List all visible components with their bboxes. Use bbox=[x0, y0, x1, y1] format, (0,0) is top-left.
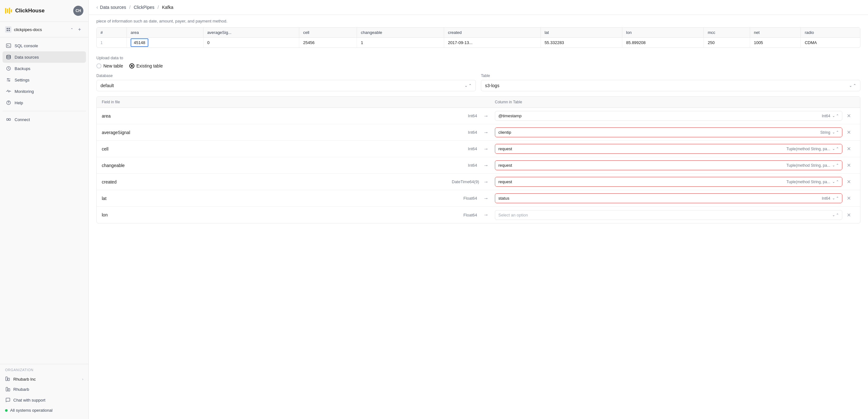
table-selector[interactable]: s3-logs ⌄ ⌃ bbox=[481, 80, 860, 91]
breadcrumb-data-sources[interactable]: Data sources bbox=[100, 5, 126, 10]
table-value: s3-logs bbox=[485, 83, 499, 88]
row-num-1: 1 bbox=[97, 38, 126, 48]
sidebar: ClickHouse CH clickpipes-docs ⌃ + SQL co… bbox=[0, 0, 89, 419]
col-select-averagesignal[interactable]: clientip String ⌄ ⌃ bbox=[495, 127, 842, 137]
remove-lon-button[interactable]: ✕ bbox=[845, 211, 852, 219]
col-name-averagesignal: clientip bbox=[498, 130, 820, 135]
col-header-lon: lon bbox=[622, 28, 704, 38]
cell-created: 2017-09-13... bbox=[444, 38, 540, 48]
mapping-row-area: area Int64 → @timestamp Int64 ⌄ ⌃ ✕ bbox=[97, 108, 860, 124]
rhubarb-link[interactable]: Rhubarb bbox=[5, 384, 83, 395]
col-chevron-lat: ⌄ ⌃ bbox=[832, 196, 839, 200]
col-select-cell[interactable]: request Tuple(method String, pa... ⌄ ⌃ bbox=[495, 144, 842, 154]
remove-lat-button[interactable]: ✕ bbox=[845, 195, 852, 202]
col-select-area[interactable]: @timestamp Int64 ⌄ ⌃ bbox=[495, 111, 842, 121]
avatar[interactable]: CH bbox=[73, 6, 83, 16]
col-type-area: Int64 bbox=[822, 114, 830, 118]
remove-area-button[interactable]: ✕ bbox=[845, 112, 852, 120]
col-type-changeable: Tuple(method String, pa... bbox=[786, 163, 830, 168]
field-type-lat: Float64 bbox=[452, 196, 477, 201]
col-select-created[interactable]: request Tuple(method String, pa... ⌄ ⌃ bbox=[495, 177, 842, 187]
breadcrumb-header: ‹ Data sources / ClickPipes / Kafka bbox=[89, 0, 868, 15]
col-header-area: area bbox=[126, 28, 203, 38]
col-header-averagesig: averageSig... bbox=[203, 28, 299, 38]
svg-rect-12 bbox=[9, 119, 10, 121]
mapping-header: Field in file Column in Table bbox=[97, 97, 860, 108]
radio-new-table[interactable]: New table bbox=[96, 63, 123, 68]
breadcrumb-sep-1: / bbox=[129, 5, 131, 10]
breadcrumb-clickpipes[interactable]: ClickPipes bbox=[134, 5, 154, 10]
svg-point-7 bbox=[8, 78, 8, 79]
remove-created-button[interactable]: ✕ bbox=[845, 178, 852, 186]
sidebar-item-label-settings: Settings bbox=[14, 78, 29, 83]
org-name: Rhubarb Inc bbox=[13, 377, 80, 382]
svg-rect-3 bbox=[8, 30, 10, 31]
col-header-lat: lat bbox=[540, 28, 622, 38]
rhubarb-icon bbox=[5, 386, 11, 392]
col-name-cell: request bbox=[498, 147, 786, 151]
breadcrumb-sep-2: / bbox=[158, 5, 159, 10]
sidebar-item-backups[interactable]: Backups bbox=[3, 63, 86, 74]
col-select-lon[interactable]: Select an option ⌄ ⌃ bbox=[495, 210, 842, 220]
field-name-averagesignal: averageSignal bbox=[102, 130, 449, 135]
svg-rect-15 bbox=[6, 387, 8, 391]
arrow-area: → bbox=[479, 113, 492, 119]
field-name-created: created bbox=[102, 180, 449, 185]
upload-label: Upload data to bbox=[96, 56, 860, 60]
sidebar-item-help[interactable]: Help bbox=[3, 97, 86, 108]
workspace-icon bbox=[5, 26, 11, 33]
database-selector-group: Database default ⌄ ⌃ bbox=[96, 73, 476, 91]
sidebar-item-data-sources[interactable]: Data sources bbox=[3, 51, 86, 63]
remove-changeable-button[interactable]: ✕ bbox=[845, 162, 852, 169]
database-label: Database bbox=[96, 73, 476, 78]
sidebar-item-label-help: Help bbox=[14, 100, 23, 105]
page-content: piece of information such as date, amoun… bbox=[89, 15, 868, 419]
field-type-changeable: Int64 bbox=[452, 163, 477, 168]
org-chevron-icon: › bbox=[82, 377, 83, 381]
add-workspace-button[interactable]: + bbox=[76, 26, 83, 33]
table-header-row: # area averageSig... cell changeable cre… bbox=[97, 28, 860, 38]
col-header-cell: cell bbox=[299, 28, 357, 38]
cell-area-value[interactable]: 45148 bbox=[131, 38, 148, 47]
sidebar-item-monitoring[interactable]: Monitoring bbox=[3, 86, 86, 97]
sidebar-item-label-data: Data sources bbox=[14, 55, 39, 60]
selectors-row: Database default ⌄ ⌃ Table s3-logs ⌄ ⌃ bbox=[96, 73, 860, 91]
sidebar-item-sql-console[interactable]: SQL console bbox=[3, 40, 86, 51]
main-content: ‹ Data sources / ClickPipes / Kafka piec… bbox=[89, 0, 868, 419]
database-selector[interactable]: default ⌄ ⌃ bbox=[96, 80, 476, 91]
sidebar-item-label-sql: SQL console bbox=[14, 43, 38, 48]
back-chevron[interactable]: ‹ bbox=[96, 4, 98, 10]
workspace-name: clickpipes-docs bbox=[14, 27, 68, 32]
svg-point-5 bbox=[7, 55, 10, 56]
nav-menu: SQL console Data sources Backups Setting… bbox=[0, 37, 88, 364]
activity-icon bbox=[6, 89, 11, 94]
sidebar-item-settings[interactable]: Settings bbox=[3, 74, 86, 86]
chat-support-link[interactable]: Chat with support bbox=[5, 395, 83, 406]
col-header-created: created bbox=[444, 28, 540, 38]
terminal-icon bbox=[6, 43, 11, 49]
radio-circle-existing[interactable] bbox=[129, 63, 134, 68]
col-select-changeable[interactable]: request Tuple(method String, pa... ⌄ ⌃ bbox=[495, 160, 842, 170]
field-type-lon: Float64 bbox=[452, 213, 477, 218]
field-type-area: Int64 bbox=[452, 114, 477, 118]
workspace-selector[interactable]: clickpipes-docs ⌃ + bbox=[0, 22, 88, 37]
sidebar-item-label-backups: Backups bbox=[14, 66, 30, 71]
database-chevron-icon: ⌄ ⌃ bbox=[464, 83, 472, 88]
org-label: Organization bbox=[5, 368, 83, 372]
sidebar-item-connect[interactable]: Connect bbox=[3, 114, 86, 125]
col-header-radio: radio bbox=[801, 28, 860, 38]
remove-cell-button[interactable]: ✕ bbox=[845, 145, 852, 153]
col-header-changeable: changeable bbox=[357, 28, 444, 38]
cell-area[interactable]: 45148 bbox=[126, 38, 203, 48]
col-name-changeable: request bbox=[498, 163, 786, 168]
radio-existing-table[interactable]: Existing table bbox=[129, 63, 163, 68]
radio-circle-new[interactable] bbox=[96, 63, 101, 68]
chat-support-label: Chat with support bbox=[13, 398, 45, 402]
col-select-lat[interactable]: status Int64 ⌄ ⌃ bbox=[495, 193, 842, 203]
sidebar-bottom: Organization Rhubarb Inc › Rhubarb Chat … bbox=[0, 364, 88, 419]
org-row[interactable]: Rhubarb Inc › bbox=[5, 374, 83, 384]
field-name-lat: lat bbox=[102, 196, 449, 201]
field-name-cell: cell bbox=[102, 147, 449, 152]
mapping-row-averagesignal: averageSignal Int64 → clientip String ⌄ … bbox=[97, 124, 860, 141]
remove-averagesignal-button[interactable]: ✕ bbox=[845, 129, 852, 136]
